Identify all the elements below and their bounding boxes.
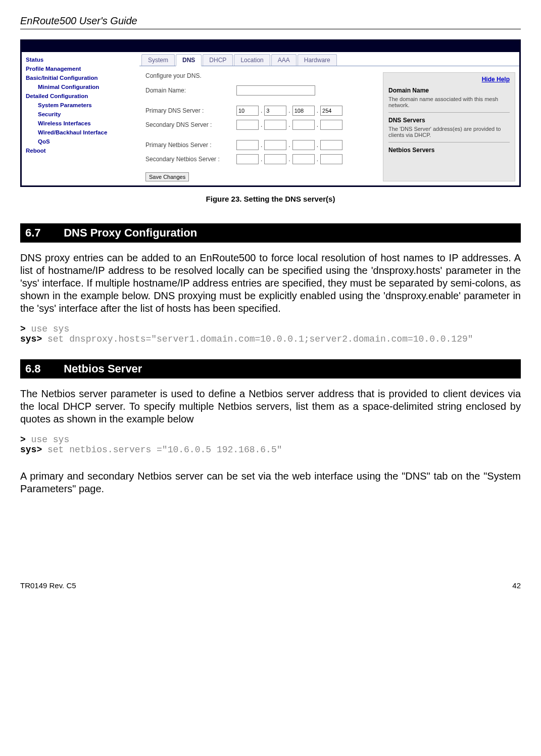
secondary-netbios-octet-1[interactable] [236,154,259,164]
primary-dns-octet-2[interactable] [264,106,286,116]
header-rule [20,29,521,29]
sidebar-item-reboot[interactable]: Reboot [26,146,139,155]
domain-name-label: Domain Name: [145,87,236,94]
primary-netbios-octet-3[interactable] [292,140,315,150]
sidebar-item-wireless[interactable]: Wireless Interfaces [26,119,139,128]
tab-bar: System DNS DHCP Location AAA Hardware [139,52,519,66]
secondary-dns-octet-4[interactable] [320,120,342,130]
code-line: set dnsproxy.hosts="server1.domain.com=1… [42,334,473,344]
hide-help-link[interactable]: Hide Help [388,76,510,83]
secondary-netbios-octet-2[interactable] [264,154,286,164]
code-block-67: > use sys sys> set dnsproxy.hosts="serve… [20,324,521,344]
secondary-netbios-octet-3[interactable] [292,154,315,164]
document-title: EnRoute500 User's Guide [20,15,521,27]
section-68-body1: The Netbios server parameter is used to … [20,388,521,426]
primary-netbios-octet-4[interactable] [320,140,342,150]
tab-dhcp[interactable]: DHCP [203,54,233,66]
screenshot-figure: Status Profile Management Basic/Initial … [20,39,521,187]
primary-dns-octet-4[interactable] [320,106,342,116]
help-text-dns: The 'DNS Server' address(es) are provide… [388,126,510,138]
secondary-netbios-octet-4[interactable] [320,154,342,164]
code-prompt: > [20,324,26,334]
section-heading-67: 6.7 DNS Proxy Configuration [20,223,521,243]
help-divider [388,142,510,143]
help-heading-dns: DNS Servers [388,117,510,124]
sidebar-item-status[interactable]: Status [26,55,139,64]
sidebar-item-basic-config[interactable]: Basic/Initial Configuration [26,73,139,82]
help-text-domain: The domain name associated with this mes… [388,96,510,108]
tab-location[interactable]: Location [234,54,270,66]
primary-netbios-label: Primary Netbios Server : [145,141,236,149]
sidebar-item-profile[interactable]: Profile Management [26,64,139,73]
help-heading-netbios: Netbios Servers [388,147,510,154]
code-line: use sys [26,435,69,445]
code-block-68: > use sys sys> set netbios.servers ="10.… [20,435,521,455]
sidebar-item-system-params[interactable]: System Parameters [26,101,139,110]
domain-name-input[interactable] [236,85,315,96]
tab-hardware[interactable]: Hardware [298,54,337,66]
dns-form: Configure your DNS. Domain Name: Primary… [145,72,383,181]
figure-caption: Figure 23. Setting the DNS server(s) [20,195,521,203]
code-prompt: sys> [20,445,42,455]
section-67-body: DNS proxy entries can be added to an EnR… [20,252,521,315]
section-title-67: DNS Proxy Configuration [64,226,197,239]
help-heading-domain: Domain Name [388,87,510,94]
page-footer: TR0149 Rev. C5 42 [20,581,521,590]
primary-dns-octet-3[interactable] [292,106,315,116]
tab-dns[interactable]: DNS [176,54,202,66]
section-title-68: Netbios Server [64,362,142,375]
section-num-68: 6.8 [25,362,61,375]
secondary-dns-octet-2[interactable] [264,120,286,130]
code-line: use sys [26,324,69,334]
code-line: set netbios.servers ="10.6.0.5 192.168.6… [42,445,282,455]
window-titlebar [22,41,519,52]
secondary-dns-label: Secondary DNS Server : [145,121,236,128]
secondary-netbios-label: Secondary Netbios Server : [145,156,236,163]
section-heading-68: 6.8 Netbios Server [20,359,521,379]
secondary-dns-octet-3[interactable] [292,120,315,130]
sidebar-item-wired[interactable]: Wired/Backhaul Interface [26,128,139,137]
sidebar-item-minimal[interactable]: Minimal Configuration [26,82,139,91]
primary-dns-label: Primary DNS Server : [145,107,236,114]
help-panel: Hide Help Domain Name The domain name as… [383,72,515,181]
code-prompt: > [20,435,26,445]
tab-system[interactable]: System [141,54,175,66]
sidebar-item-detailed[interactable]: Detailed Configuration [26,91,139,101]
primary-dns-octet-1[interactable] [236,106,259,116]
save-changes-button[interactable]: Save Changes [145,172,189,181]
primary-netbios-octet-1[interactable] [236,140,259,150]
sidebar-nav: Status Profile Management Basic/Initial … [22,52,139,185]
code-prompt: sys> [20,334,42,344]
footer-right: 42 [512,581,521,590]
form-intro: Configure your DNS. [145,72,383,79]
sidebar-item-qos[interactable]: QoS [26,137,139,146]
tab-aaa[interactable]: AAA [271,54,297,66]
section-68-body2: A primary and secondary Netbios server c… [20,470,521,495]
help-divider [388,112,510,113]
primary-netbios-octet-2[interactable] [264,140,286,150]
section-num-67: 6.7 [25,226,61,240]
secondary-dns-octet-1[interactable] [236,120,259,130]
sidebar-item-security[interactable]: Security [26,110,139,119]
footer-left: TR0149 Rev. C5 [20,581,76,590]
